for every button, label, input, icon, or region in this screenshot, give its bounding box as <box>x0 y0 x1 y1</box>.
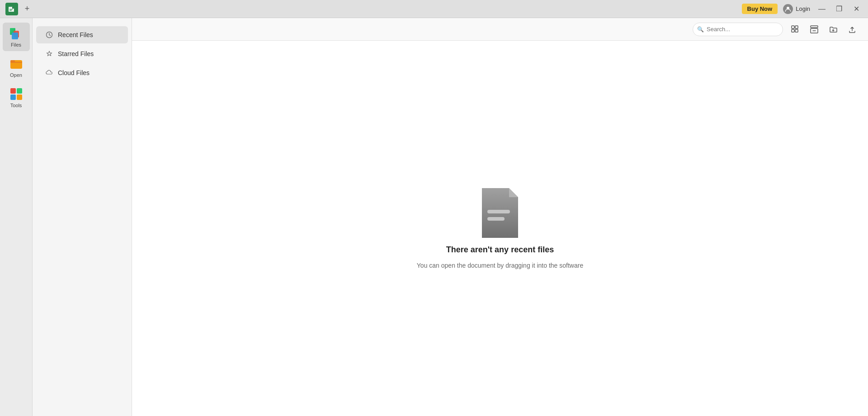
main-container: Files Open <box>0 18 868 416</box>
tools-label: Tools <box>10 103 22 108</box>
sidebar-item-open[interactable]: Open <box>3 53 30 81</box>
buy-now-button[interactable]: Buy Now <box>742 4 778 14</box>
minimize-button[interactable]: — <box>816 3 828 15</box>
close-button[interactable]: ✕ <box>850 3 863 15</box>
svg-rect-16 <box>792 26 794 28</box>
titlebar-left: + <box>5 3 33 15</box>
search-wrapper: 🔍 <box>693 23 783 36</box>
svg-rect-7 <box>12 33 18 39</box>
svg-rect-2 <box>9 10 12 10</box>
svg-rect-18 <box>792 29 794 32</box>
nav-cloud-label: Cloud Files <box>58 69 90 76</box>
svg-rect-22 <box>487 210 510 213</box>
sidebar-item-tools[interactable]: Tools <box>3 83 30 112</box>
upload-button[interactable] <box>845 23 859 36</box>
archive-button[interactable] <box>807 23 821 36</box>
empty-state-title: There aren't any recent files <box>446 245 554 255</box>
svg-rect-10 <box>10 62 22 63</box>
grid-view-button[interactable] <box>788 23 802 36</box>
new-tab-button[interactable]: + <box>22 4 33 14</box>
titlebar: + Buy Now Login — ❐ ✕ <box>0 0 868 18</box>
svg-rect-1 <box>9 9 13 9</box>
login-label: Login <box>796 5 810 12</box>
app-logo <box>5 3 18 15</box>
svg-rect-17 <box>795 26 798 28</box>
nav-sidebar: Recent Files Starred Files Cloud Files <box>33 18 132 416</box>
empty-state-subtitle: You can open the document by dragging it… <box>417 262 583 269</box>
open-label: Open <box>10 72 22 78</box>
icon-sidebar: Files Open <box>0 18 33 416</box>
empty-doc-illustration <box>477 188 523 238</box>
svg-rect-19 <box>795 29 798 32</box>
nav-item-recent[interactable]: Recent Files <box>36 26 128 43</box>
files-label: Files <box>11 42 21 47</box>
new-folder-button[interactable] <box>826 23 840 36</box>
nav-item-starred[interactable]: Starred Files <box>36 45 128 62</box>
tools-icon <box>9 87 24 101</box>
titlebar-right: Buy Now Login — ❐ ✕ <box>742 3 863 15</box>
login-avatar <box>783 4 793 14</box>
content-area: 🔍 <box>132 18 868 416</box>
svg-rect-14 <box>17 95 22 100</box>
cloud-icon <box>45 69 53 77</box>
svg-rect-12 <box>17 88 22 94</box>
clock-icon <box>45 31 53 39</box>
svg-rect-11 <box>10 88 16 94</box>
empty-state: There aren't any recent files You can op… <box>132 41 868 416</box>
star-icon <box>45 50 53 58</box>
sidebar-item-files[interactable]: Files <box>3 23 30 51</box>
login-button[interactable]: Login <box>783 4 810 14</box>
nav-starred-label: Starred Files <box>58 50 94 57</box>
toolbar: 🔍 <box>132 18 868 41</box>
window-controls: — ❐ ✕ <box>816 3 863 15</box>
files-icon <box>9 26 24 41</box>
nav-recent-label: Recent Files <box>58 31 93 38</box>
svg-rect-23 <box>487 217 505 221</box>
search-input[interactable] <box>693 23 783 36</box>
open-icon <box>9 57 24 71</box>
svg-rect-20 <box>811 26 818 28</box>
svg-rect-13 <box>10 95 16 100</box>
restore-button[interactable]: ❐ <box>833 3 845 15</box>
nav-item-cloud[interactable]: Cloud Files <box>36 64 128 81</box>
